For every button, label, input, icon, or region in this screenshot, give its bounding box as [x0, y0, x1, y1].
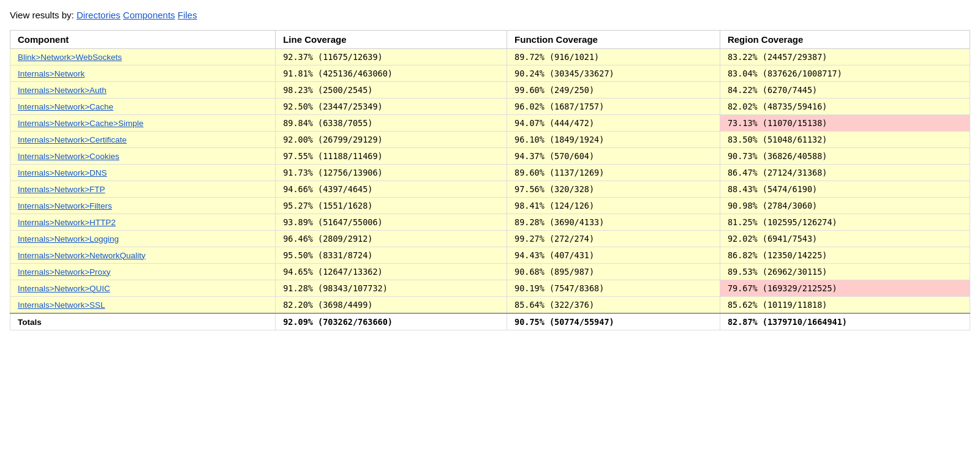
region-coverage-cell: 73.13% (11070/15138) [720, 115, 970, 132]
table-row: Internals>Network>Cache>Simple89.84% (63… [10, 115, 970, 132]
component-link[interactable]: Internals>Network>FTP [18, 185, 105, 194]
function-coverage-cell: 89.60% (1137/1269) [507, 165, 720, 181]
link-directories[interactable]: Directories [77, 10, 121, 20]
table-header-row: Component Line Coverage Function Coverag… [10, 31, 970, 49]
function-coverage-cell: 96.02% (1687/1757) [507, 99, 720, 115]
view-results-label: View results by: [10, 10, 77, 20]
table-row: Internals>Network>NetworkQuality95.50% (… [10, 247, 970, 264]
component-link[interactable]: Internals>Network>HTTP2 [18, 218, 116, 227]
table-row: Internals>Network>SSL82.20% (3698/4499)8… [10, 297, 970, 314]
function-coverage-cell: 90.19% (7547/8368) [507, 280, 720, 297]
component-cell: Internals>Network>Cache>Simple [10, 115, 276, 132]
line-coverage-cell: 94.66% (4397/4645) [276, 181, 507, 198]
function-coverage-cell: 90.68% (895/987) [507, 264, 720, 280]
table-row: Internals>Network>Cache92.50% (23447/253… [10, 99, 970, 115]
component-cell: Internals>Network>Certificate [10, 132, 276, 148]
totals-line: 92.09% (703262/763660) [276, 313, 507, 330]
region-coverage-cell: 79.67% (169329/212525) [720, 280, 970, 297]
function-coverage-cell: 89.72% (916/1021) [507, 49, 720, 65]
component-cell: Internals>Network>HTTP2 [10, 214, 276, 231]
component-link[interactable]: Internals>Network [18, 69, 85, 78]
link-components[interactable]: Components [123, 10, 175, 20]
function-coverage-cell: 99.60% (249/250) [507, 82, 720, 99]
component-link[interactable]: Blink>Network>WebSockets [18, 53, 122, 62]
component-cell: Internals>Network>Cache [10, 99, 276, 115]
component-link[interactable]: Internals>Network>Cache>Simple [18, 119, 143, 128]
line-coverage-cell: 91.28% (98343/107732) [276, 280, 507, 297]
region-coverage-cell: 90.73% (36826/40588) [720, 148, 970, 165]
component-cell: Internals>Network>Logging [10, 231, 276, 247]
table-row: Internals>Network>FTP94.66% (4397/4645)9… [10, 181, 970, 198]
function-coverage-cell: 96.10% (1849/1924) [507, 132, 720, 148]
component-link[interactable]: Internals>Network>QUIC [18, 284, 110, 293]
totals-region: 82.87% (1379710/1664941) [720, 313, 970, 330]
component-cell: Internals>Network>QUIC [10, 280, 276, 297]
line-coverage-cell: 97.55% (11188/11469) [276, 148, 507, 165]
component-cell: Internals>Network>SSL [10, 297, 276, 314]
function-coverage-cell: 94.43% (407/431) [507, 247, 720, 264]
region-coverage-cell: 88.43% (5474/6190) [720, 181, 970, 198]
function-coverage-cell: 94.37% (570/604) [507, 148, 720, 165]
table-row: Internals>Network>Filters95.27% (1551/16… [10, 198, 970, 214]
component-link[interactable]: Internals>Network>Logging [18, 234, 119, 244]
region-coverage-cell: 89.53% (26962/30115) [720, 264, 970, 280]
component-link[interactable]: Internals>Network>Cache [18, 102, 113, 111]
table-row: Blink>Network>WebSockets92.37% (11675/12… [10, 49, 970, 65]
component-link[interactable]: Internals>Network>DNS [18, 168, 107, 177]
component-cell: Internals>Network>Auth [10, 82, 276, 99]
component-cell: Internals>Network>FTP [10, 181, 276, 198]
region-coverage-cell: 83.04% (837626/1008717) [720, 65, 970, 82]
table-row: Internals>Network>Certificate92.00% (267… [10, 132, 970, 148]
table-row: Internals>Network>Proxy94.65% (12647/133… [10, 264, 970, 280]
component-link[interactable]: Internals>Network>Proxy [18, 267, 111, 277]
line-coverage-cell: 96.46% (2809/2912) [276, 231, 507, 247]
function-coverage-cell: 89.28% (3690/4133) [507, 214, 720, 231]
totals-row: Totals92.09% (703262/763660)90.75% (5077… [10, 313, 970, 330]
col-header-line: Line Coverage [276, 31, 507, 49]
line-coverage-cell: 91.81% (425136/463060) [276, 65, 507, 82]
line-coverage-cell: 92.50% (23447/25349) [276, 99, 507, 115]
component-link[interactable]: Internals>Network>Cookies [18, 152, 119, 161]
component-cell: Internals>Network>DNS [10, 165, 276, 181]
line-coverage-cell: 95.27% (1551/1628) [276, 198, 507, 214]
table-row: Internals>Network>Logging96.46% (2809/29… [10, 231, 970, 247]
totals-label: Totals [10, 313, 276, 330]
coverage-table: Component Line Coverage Function Coverag… [10, 30, 970, 330]
link-files[interactable]: Files [178, 10, 197, 20]
function-coverage-cell: 99.27% (272/274) [507, 231, 720, 247]
component-cell: Internals>Network>Filters [10, 198, 276, 214]
view-results-bar: View results by: Directories Components … [10, 10, 970, 20]
function-coverage-cell: 90.24% (30345/33627) [507, 65, 720, 82]
region-coverage-cell: 84.22% (6270/7445) [720, 82, 970, 99]
region-coverage-cell: 92.02% (6941/7543) [720, 231, 970, 247]
component-link[interactable]: Internals>Network>NetworkQuality [18, 251, 146, 260]
region-coverage-cell: 83.22% (24457/29387) [720, 49, 970, 65]
component-link[interactable]: Internals>Network>Auth [18, 86, 107, 95]
line-coverage-cell: 91.73% (12756/13906) [276, 165, 507, 181]
line-coverage-cell: 92.00% (26799/29129) [276, 132, 507, 148]
component-link[interactable]: Internals>Network>Certificate [18, 135, 127, 144]
component-link[interactable]: Internals>Network>Filters [18, 201, 112, 211]
region-coverage-cell: 81.25% (102595/126274) [720, 214, 970, 231]
function-coverage-cell: 94.07% (444/472) [507, 115, 720, 132]
table-row: Internals>Network>Auth98.23% (2500/2545)… [10, 82, 970, 99]
line-coverage-cell: 93.89% (51647/55006) [276, 214, 507, 231]
totals-function: 90.75% (50774/55947) [507, 313, 720, 330]
component-link[interactable]: Internals>Network>SSL [18, 300, 105, 310]
region-coverage-cell: 85.62% (10119/11818) [720, 297, 970, 314]
region-coverage-cell: 83.50% (51048/61132) [720, 132, 970, 148]
table-row: Internals>Network91.81% (425136/463060)9… [10, 65, 970, 82]
function-coverage-cell: 85.64% (322/376) [507, 297, 720, 314]
function-coverage-cell: 97.56% (320/328) [507, 181, 720, 198]
component-cell: Internals>Network>Proxy [10, 264, 276, 280]
component-cell: Blink>Network>WebSockets [10, 49, 276, 65]
table-row: Internals>Network>QUIC91.28% (98343/1077… [10, 280, 970, 297]
region-coverage-cell: 86.82% (12350/14225) [720, 247, 970, 264]
region-coverage-cell: 90.98% (2784/3060) [720, 198, 970, 214]
region-coverage-cell: 86.47% (27124/31368) [720, 165, 970, 181]
region-coverage-cell: 82.02% (48735/59416) [720, 99, 970, 115]
col-header-region: Region Coverage [720, 31, 970, 49]
line-coverage-cell: 89.84% (6338/7055) [276, 115, 507, 132]
line-coverage-cell: 95.50% (8331/8724) [276, 247, 507, 264]
line-coverage-cell: 92.37% (11675/12639) [276, 49, 507, 65]
